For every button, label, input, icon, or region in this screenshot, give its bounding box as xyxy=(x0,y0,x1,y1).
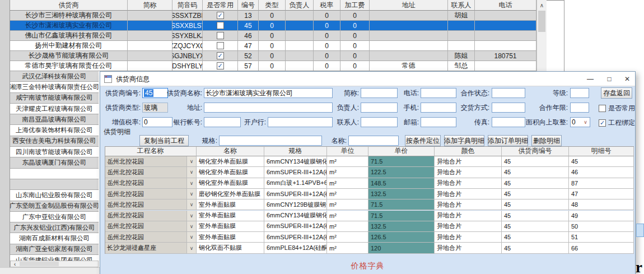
table-row-4-cell-2[interactable]: CSSGJNBLYXGS xyxy=(172,51,203,61)
table-row-5-cell-3[interactable]: ✓ xyxy=(203,61,238,71)
table-row-1-cell-8[interactable]: 0 xyxy=(340,21,370,31)
list-item[interactable]: 广东兴发铝业(江西)有限公司 xyxy=(10,222,99,233)
list-item[interactable] xyxy=(10,179,99,190)
table-row-5-cell-5[interactable]: 0 xyxy=(259,61,286,71)
list-item[interactable]: 天津耀皮工程玻璃有限公司 xyxy=(10,104,99,114)
table-row-3-cell-0[interactable]: 扬州中勤建材有限公司 xyxy=(10,41,128,51)
table-row-4-cell-7[interactable]: 0 xyxy=(314,51,340,61)
table-row-0-cell-3[interactable]: ✓ xyxy=(203,11,238,21)
list-item[interactable]: 东晶玻璃厦门有限公司 xyxy=(10,157,99,168)
scroll-up-icon[interactable]: ∧ xyxy=(537,1,547,10)
address-field[interactable] xyxy=(204,103,333,113)
table-row-0-cell-11[interactable] xyxy=(475,11,536,21)
table-row-3-cell-10[interactable] xyxy=(448,41,475,51)
table-row-4-cell-10[interactable]: 陈姐 xyxy=(448,51,475,61)
table-row-4-cell-0[interactable]: 长沙晟格节能玻璃有限公司 xyxy=(10,51,128,61)
table-row-0-cell-6[interactable] xyxy=(286,11,314,21)
table-row-4-cell-8[interactable]: 0 xyxy=(340,51,370,61)
common-use-checkbox[interactable] xyxy=(217,22,224,29)
table-row-1-cell-7[interactable]: 0 xyxy=(314,21,340,31)
bank-field[interactable] xyxy=(268,117,333,127)
table-row-2-cell-8[interactable]: 0 xyxy=(340,31,370,41)
list-item[interactable]: 上海优泰装饰材料有限公司 xyxy=(10,126,99,136)
table-row-2-cell-0[interactable]: 佛山市亿鑫玻璃科技有限公司 xyxy=(10,31,128,41)
table-row-0-cell-5[interactable]: 0 xyxy=(259,11,286,21)
close-button[interactable]: ✕ xyxy=(619,72,636,86)
table-row-4-cell-5[interactable]: 0 xyxy=(259,51,286,61)
table-row-0-cell-8[interactable]: 0 xyxy=(340,11,370,21)
minimize-button[interactable]: — xyxy=(582,72,599,86)
table-row-3-cell-6[interactable] xyxy=(286,41,314,51)
locate-by-condition-button[interactable]: 按条件定位 xyxy=(405,135,441,146)
column-header-4[interactable]: 编号 xyxy=(238,0,259,11)
table-row-0-cell-4[interactable]: 13 xyxy=(238,11,259,21)
list-item[interactable]: 山东南山铝业股份有限公司 xyxy=(10,190,99,201)
mobile-field[interactable] xyxy=(421,103,456,113)
column-header-5[interactable]: 类型 xyxy=(259,0,286,11)
email-field[interactable] xyxy=(421,117,456,127)
horizontal-scrollbar[interactable]: ‹ xyxy=(10,261,99,267)
table-row-2-cell-6[interactable] xyxy=(286,31,314,41)
delete-detail-button[interactable]: 删除明细 xyxy=(531,135,562,146)
table-row-3-cell-9[interactable] xyxy=(370,41,448,51)
list-item[interactable]: 广东坚朗五金制品股份有限公司 xyxy=(10,201,99,212)
table-row-2-cell-11[interactable] xyxy=(475,31,536,41)
phone-field[interactable] xyxy=(421,88,456,98)
supplier_type-field[interactable]: 玻璃 xyxy=(142,103,168,113)
column-header-9[interactable]: 地址 xyxy=(370,0,448,11)
table-row-3-cell-5[interactable]: 0 xyxy=(259,41,286,51)
common-use-checkbox[interactable] xyxy=(217,32,224,39)
project-binding-checkbox-field[interactable]: ✓工程绑定 xyxy=(599,118,635,128)
table-row-5-cell-9[interactable]: 常德 xyxy=(370,61,448,71)
common-use-checkbox-field[interactable]: 是否常用 xyxy=(599,103,635,113)
save-return-button[interactable]: 存盘返回 xyxy=(601,87,632,99)
coop_years-field[interactable] xyxy=(570,103,589,113)
common-use-checkbox[interactable] xyxy=(217,42,224,49)
table-row-5-cell-4[interactable]: 57 xyxy=(238,61,259,71)
column-header-8[interactable]: 加工费 xyxy=(340,0,370,11)
common-use-checkbox[interactable]: ✓ xyxy=(217,62,224,69)
table-row-0-cell-7[interactable]: 0 xyxy=(314,11,340,21)
table-row-1-cell-4[interactable]: 45 xyxy=(238,21,259,31)
table-row-5-cell-0[interactable]: 常德市昊宇玻璃有限责任公司 xyxy=(10,61,128,71)
chevron-down-icon[interactable]: ∨ xyxy=(582,118,589,126)
table-row-4-cell-6[interactable] xyxy=(286,51,314,61)
column-header-10[interactable]: 联系人 xyxy=(448,0,475,11)
supplier_name-field[interactable]: 长沙市潇湘玻璃实业有限公司 xyxy=(204,88,333,98)
column-header-11[interactable]: 电话 xyxy=(475,0,536,11)
checkbox-icon[interactable]: ✓ xyxy=(599,119,606,127)
list-item[interactable]: 湘潭三金特种玻璃有限责任公司 xyxy=(10,82,99,92)
list-item[interactable]: 四川南玻节能玻璃有限公司 xyxy=(10,147,99,157)
list-item[interactable] xyxy=(10,169,99,179)
list-item[interactable]: 湖南百成新材料有限公司 xyxy=(10,234,99,244)
list-item[interactable]: 广东中亚铝业有限公司 xyxy=(10,212,99,222)
column-header-2[interactable]: 简音码 xyxy=(172,0,203,11)
table-row-4-cell-3[interactable]: ✓ xyxy=(203,51,238,61)
coop_status-field[interactable] xyxy=(492,88,525,98)
vertical-scrollbar[interactable]: ∧ xyxy=(536,0,547,71)
table-row-1-cell-3[interactable] xyxy=(203,21,238,31)
table-row-4-cell-11[interactable]: 180751 xyxy=(475,51,536,61)
common-use-checkbox[interactable]: ✓ xyxy=(217,12,224,19)
table-row-5-cell-1[interactable] xyxy=(128,61,172,71)
list-item[interactable]: 咸宁南玻节能玻璃有限公司 xyxy=(10,93,99,104)
grade-field[interactable] xyxy=(570,88,589,98)
table-row-4-cell-9[interactable] xyxy=(370,51,448,61)
table-row-1-cell-2[interactable]: CSSXXBLSY.. xyxy=(172,21,203,31)
dialog-titlebar[interactable]: 供货商信息 — □ ✕ xyxy=(100,72,635,86)
table-row-1-cell-11[interactable] xyxy=(475,21,536,31)
table-row-3-cell-1[interactable] xyxy=(128,41,172,51)
list-item[interactable]: 武汉亿泽科技有限公司 xyxy=(10,71,99,82)
name-filter-input[interactable] xyxy=(348,136,399,146)
list-item[interactable]: 湖南广亚全铝家居有限公司 xyxy=(10,244,99,255)
table-row-3-cell-4[interactable]: 47 xyxy=(238,41,259,51)
common-use-checkbox[interactable]: ✓ xyxy=(217,52,224,59)
table-row-2-cell-3[interactable] xyxy=(203,31,238,41)
table-row-5-cell-10[interactable]: 邹总 xyxy=(448,61,475,71)
table-row-2-cell-2[interactable]: FSSYXBLKJ.. xyxy=(172,31,203,41)
table-row-1-cell-9[interactable] xyxy=(370,21,448,31)
table-row-3-cell-7[interactable]: 0 xyxy=(314,41,340,51)
spec-filter-input[interactable] xyxy=(219,136,322,146)
add-order-detail-button[interactable]: 添加订单明细 xyxy=(488,135,528,146)
table-row-5-cell-8[interactable]: 0 xyxy=(340,61,370,71)
